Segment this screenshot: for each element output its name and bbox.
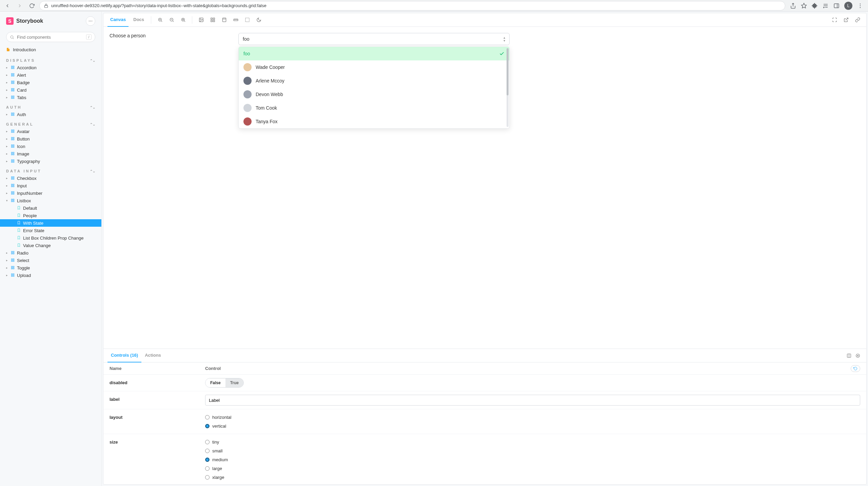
sidebar-item-upload[interactable]: ▸Upload — [0, 272, 101, 279]
sidebar-search[interactable]: / — [6, 32, 95, 42]
bookmark-star-icon[interactable] — [801, 3, 807, 9]
sidebar-section-data-input[interactable]: DATA INPUT ⌃⌄ — [0, 165, 101, 174]
sidebar-story-error-state[interactable]: Error State — [0, 227, 101, 234]
sidebar-item-auth[interactable]: ▸Auth — [0, 111, 101, 118]
expand-collapse-icon[interactable]: ⌃⌄ — [90, 123, 95, 126]
kebab-menu-icon[interactable] — [857, 3, 863, 9]
addon-orientation-icon[interactable] — [845, 351, 853, 360]
measure-icon[interactable] — [231, 15, 240, 25]
back-button[interactable] — [3, 1, 12, 11]
fullscreen-icon[interactable] — [830, 15, 839, 25]
radio-option-xlarge[interactable]: xlarge — [205, 473, 860, 482]
sidebar-item-card[interactable]: ▸Card — [0, 86, 101, 94]
radio-option-vertical[interactable]: vertical — [205, 422, 860, 430]
tab-canvas[interactable]: Canvas — [107, 13, 129, 27]
expand-collapse-icon[interactable]: ⌃⌄ — [90, 169, 95, 173]
zoom-in-icon[interactable] — [155, 15, 165, 25]
sidebar-item-listbox[interactable]: ▾Listbox — [0, 197, 101, 204]
controls-reset-button[interactable] — [851, 365, 860, 372]
addon-tab-actions[interactable]: Actions — [141, 349, 164, 362]
listbox-scrollbar[interactable] — [507, 48, 509, 127]
extensions-icon[interactable] — [812, 3, 818, 9]
radio-option-horizontal[interactable]: horizontal — [205, 413, 860, 422]
svg-rect-18 — [13, 68, 14, 69]
sidebar-item-toggle[interactable]: ▸Toggle — [0, 264, 101, 272]
sidebar-story-value-change[interactable]: Value Change — [0, 242, 101, 249]
controls-header-control: Control — [205, 366, 221, 371]
copy-link-icon[interactable] — [853, 15, 862, 25]
storybook-logo[interactable]: S Storybook — [6, 17, 43, 25]
listbox-option[interactable]: Wade Cooper — [239, 60, 509, 74]
sidebar-section-general[interactable]: GENERAL ⌃⌄ — [0, 118, 101, 128]
radio-option-tiny[interactable]: tiny — [205, 437, 860, 446]
sidebar-section-displays[interactable]: DISPLAYS ⌃⌄ — [0, 54, 101, 64]
forward-button[interactable] — [15, 1, 24, 11]
sidebar-item-radio[interactable]: ▸Radio — [0, 249, 101, 257]
sidebar-story-people[interactable]: People — [0, 212, 101, 219]
listbox-button[interactable]: foo ▴▾ — [238, 33, 510, 45]
sidebar-item-avatar[interactable]: ▸Avatar — [0, 128, 101, 135]
sidebar: S Storybook / Introduction DISPLAYS ⌃⌄ ▸… — [0, 12, 102, 486]
listbox-option[interactable]: Tanya Fox — [239, 115, 509, 128]
sidebar-item-image[interactable]: ▸Image — [0, 150, 101, 157]
sidebar-item-badge[interactable]: ▸Badge — [0, 79, 101, 86]
sidebar-item-inputnumber[interactable]: ▸InputNumber — [0, 189, 101, 197]
dark-mode-icon[interactable] — [254, 15, 263, 25]
search-input[interactable] — [17, 35, 83, 40]
toggle-true[interactable]: True — [225, 378, 243, 387]
open-new-tab-icon[interactable] — [841, 15, 851, 25]
profile-avatar[interactable]: L — [844, 2, 852, 10]
zoom-reset-icon[interactable] — [178, 15, 188, 25]
sidebar-item-tabs[interactable]: ▸Tabs — [0, 94, 101, 101]
sidebar-item-introduction[interactable]: Introduction — [0, 45, 101, 54]
svg-rect-106 — [211, 20, 212, 22]
radio-option-small[interactable]: small — [205, 446, 860, 455]
svg-rect-52 — [11, 152, 12, 153]
svg-rect-68 — [11, 191, 12, 192]
sidepanel-icon[interactable] — [833, 3, 840, 9]
svg-point-11 — [89, 21, 90, 21]
radio-option-large[interactable]: large — [205, 464, 860, 473]
text-input-label[interactable] — [205, 395, 860, 406]
sidebar-item-alert[interactable]: ▸Alert — [0, 71, 101, 79]
svg-rect-35 — [11, 97, 12, 98]
sidebar-item-button[interactable]: ▸Button — [0, 135, 101, 143]
listbox-option[interactable]: Arlene Mccoy — [239, 74, 509, 88]
listbox-option-selected[interactable]: foo — [239, 47, 509, 60]
sidebar-item-select[interactable]: ▸Select — [0, 257, 101, 264]
share-icon[interactable] — [790, 3, 796, 9]
grid-icon[interactable] — [208, 15, 217, 25]
sidebar-item-input[interactable]: ▸Input — [0, 182, 101, 189]
boolean-toggle-disabled[interactable]: False True — [205, 378, 244, 388]
expand-collapse-icon[interactable]: ⌃⌄ — [90, 106, 95, 109]
scrollbar-thumb[interactable] — [507, 48, 509, 95]
outline-icon[interactable] — [242, 15, 252, 25]
sidebar-story-children-prop-change[interactable]: List Box Children Prop Change — [0, 234, 101, 242]
reading-list-icon[interactable] — [823, 3, 829, 9]
listbox-option[interactable]: Devon Webb — [239, 88, 509, 101]
sidebar-item-checkbox[interactable]: ▸Checkbox — [0, 174, 101, 182]
sidebar-story-with-state[interactable]: With State — [0, 219, 101, 227]
expand-collapse-icon[interactable]: ⌃⌄ — [90, 59, 95, 62]
addon-close-icon[interactable] — [853, 351, 862, 360]
sidebar-more-button[interactable] — [86, 16, 95, 26]
sidebar-section-auth[interactable]: AUTH ⌃⌄ — [0, 101, 101, 111]
zoom-out-icon[interactable] — [167, 15, 176, 25]
tab-docs[interactable]: Docs — [131, 13, 147, 27]
sidebar-item-typography[interactable]: ▸Typography — [0, 157, 101, 165]
svg-rect-63 — [11, 178, 12, 179]
sidebar-item-icon[interactable]: ▸Icon — [0, 143, 101, 150]
toggle-false[interactable]: False — [205, 378, 225, 387]
sidebar-story-default[interactable]: Default — [0, 204, 101, 212]
sidebar-item-accordion[interactable]: ▸Accordion — [0, 64, 101, 71]
svg-rect-103 — [211, 18, 212, 19]
svg-rect-105 — [213, 20, 214, 22]
radio-option-medium[interactable]: medium — [205, 455, 860, 464]
addon-tab-controls[interactable]: Controls (16) — [107, 349, 141, 362]
viewport-icon[interactable] — [219, 15, 229, 25]
listbox-option[interactable]: Tom Cook — [239, 101, 509, 115]
address-bar[interactable]: unruffled-hoover-de9320.netlify.app/?pat… — [39, 1, 785, 11]
svg-rect-76 — [11, 251, 12, 252]
reload-button[interactable] — [27, 1, 37, 11]
background-icon[interactable] — [196, 15, 206, 25]
